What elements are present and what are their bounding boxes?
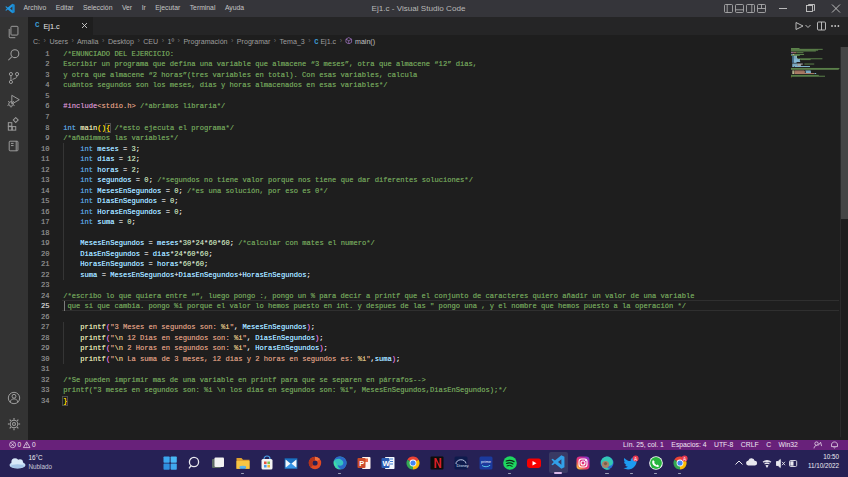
svg-text:P: P bbox=[359, 459, 364, 468]
svg-text:Disney+: Disney+ bbox=[457, 463, 470, 468]
svg-text:prime: prime bbox=[481, 459, 492, 464]
svg-text:W: W bbox=[383, 459, 391, 468]
svg-text:0: 0 bbox=[31, 441, 35, 448]
svg-text:0: 0 bbox=[17, 441, 21, 448]
